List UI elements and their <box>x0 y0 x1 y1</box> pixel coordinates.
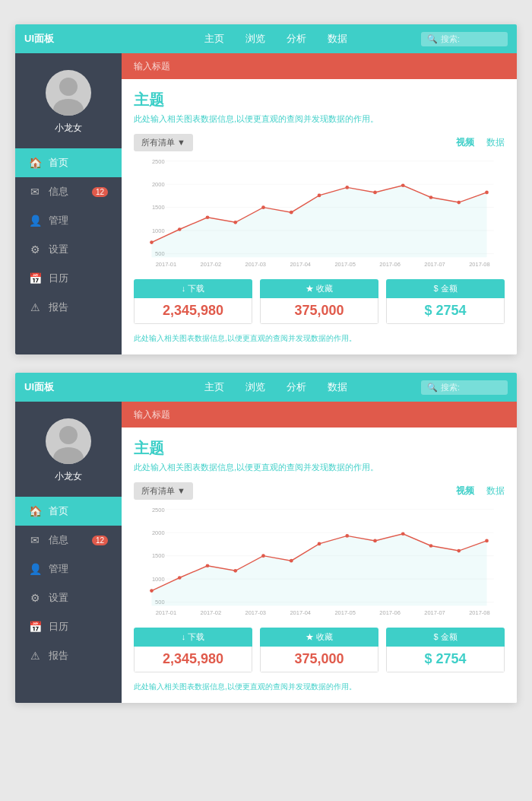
svg-text:1500: 1500 <box>152 204 165 211</box>
page-title <box>0 0 532 24</box>
svg-text:2017-01: 2017-01 <box>156 261 177 268</box>
svg-point-30 <box>429 195 433 199</box>
svg-text:2017-02: 2017-02 <box>201 261 222 268</box>
svg-point-25 <box>290 211 293 215</box>
chart-svg: 2500 2000 1500 1000 500 2017-012017-0220… <box>134 157 505 272</box>
nav-item-分析[interactable]: 分析 <box>287 380 306 394</box>
nav-items: 主页浏览分析数据 <box>131 380 421 394</box>
sidebar-item-管理[interactable]: 👤管理 <box>15 206 122 235</box>
title-input[interactable] <box>134 409 505 420</box>
sidebar-item-信息[interactable]: ✉信息12 <box>15 177 122 206</box>
chart-area: 2500 2000 1500 1000 500 2017-012017-0220… <box>134 157 505 272</box>
badge: 12 <box>92 536 108 545</box>
content-title: 主题 <box>134 438 505 459</box>
content-header <box>122 402 517 428</box>
svg-point-29 <box>401 183 405 187</box>
stat-header: ↓ 下载 <box>134 279 252 298</box>
menu-item-label: 首页 <box>49 504 68 518</box>
svg-text:2000: 2000 <box>152 529 165 536</box>
svg-point-64 <box>457 549 461 553</box>
sidebar-item-日历[interactable]: 📅日历 <box>15 264 122 293</box>
sidebar-item-设置[interactable]: ⚙设置 <box>15 235 122 264</box>
svg-text:2000: 2000 <box>152 181 165 188</box>
stats-row: ↓ 下载2,345,980★ 收藏375,000$ 金额$ 2754 <box>134 628 505 672</box>
svg-point-1 <box>53 99 84 116</box>
svg-text:2017-06: 2017-06 <box>379 609 401 616</box>
信息-icon: ✉ <box>29 534 41 546</box>
nav-item-浏览[interactable]: 浏览 <box>245 32 265 46</box>
svg-text:2017-05: 2017-05 <box>334 261 356 268</box>
sidebar-item-管理[interactable]: 👤管理 <box>15 555 122 583</box>
content-area: 主题此处输入相关图表数据信息,以便更直观的查阅并发现数据的作用。所有清单 ▼视频… <box>122 53 517 354</box>
view-tab-数据[interactable]: 数据 <box>486 485 505 497</box>
filter-row: 所有清单 ▼视频数据 <box>134 482 505 500</box>
title-input[interactable] <box>134 61 505 72</box>
svg-point-57 <box>261 554 265 558</box>
svg-text:2017-08: 2017-08 <box>469 261 490 268</box>
menu-item-label: 管理 <box>49 562 68 576</box>
报告-icon: ⚠ <box>29 301 41 313</box>
filter-button[interactable]: 所有清单 ▼ <box>134 134 193 151</box>
menu-item-label: 信息 <box>49 533 68 547</box>
svg-point-26 <box>318 194 321 198</box>
svg-text:2017-08: 2017-08 <box>469 609 490 616</box>
avatar <box>46 70 91 116</box>
menu-item-label: 日历 <box>49 272 68 285</box>
avatar <box>46 418 91 464</box>
首页-icon: 🏠 <box>29 157 41 169</box>
brand: UI面板 <box>24 380 131 394</box>
sidebar-item-报告[interactable]: ⚠报告 <box>15 641 122 670</box>
chart-area: 2500 2000 1500 1000 500 2017-012017-0220… <box>134 506 505 620</box>
nav-item-分析[interactable]: 分析 <box>287 32 306 46</box>
nav-item-数据[interactable]: 数据 <box>328 380 347 394</box>
search-input[interactable] <box>441 383 502 392</box>
brand: UI面板 <box>24 32 131 46</box>
stat-card-收藏: ★ 收藏375,000 <box>260 279 378 324</box>
avatar-wrap: 小龙女 <box>46 53 91 142</box>
sidebar-item-设置[interactable]: ⚙设置 <box>15 583 122 612</box>
svg-point-61 <box>373 539 377 543</box>
stat-value: $ 2754 <box>386 298 505 324</box>
管理-icon: 👤 <box>29 563 41 575</box>
svg-point-58 <box>290 559 293 563</box>
nav-item-浏览[interactable]: 浏览 <box>245 380 265 394</box>
content-area: 主题此处输入相关图表数据信息,以便更直观的查阅并发现数据的作用。所有清单 ▼视频… <box>122 402 517 703</box>
svg-point-21 <box>178 227 182 231</box>
stat-card-收藏: ★ 收藏375,000 <box>260 628 378 672</box>
nav-menu: 🏠首页✉信息12👤管理⚙设置📅日历⚠报告 <box>15 497 122 670</box>
panel-1: UI面板主页浏览分析数据🔍 小龙女 🏠首页✉信息12👤管理⚙设置📅日历⚠报告主题… <box>15 24 517 354</box>
nav-item-主页[interactable]: 主页 <box>204 32 224 46</box>
menu-item-label: 日历 <box>49 620 68 634</box>
view-tab-视频[interactable]: 视频 <box>456 136 474 149</box>
nav-item-数据[interactable]: 数据 <box>328 32 347 46</box>
svg-point-31 <box>457 201 461 205</box>
svg-point-60 <box>345 534 349 538</box>
svg-point-28 <box>373 191 377 195</box>
content-footer: 此处输入相关图表数据信息,以便更直观的查阅并发现数据的作用。 <box>134 682 505 692</box>
content-desc: 此处输入相关图表数据信息,以便更直观的查阅并发现数据的作用。 <box>134 113 505 125</box>
search-input[interactable] <box>441 34 502 43</box>
sidebar-item-首页[interactable]: 🏠首页 <box>15 148 122 177</box>
view-tab-视频[interactable]: 视频 <box>456 485 474 497</box>
svg-text:2500: 2500 <box>152 158 165 165</box>
main-layout: 小龙女 🏠首页✉信息12👤管理⚙设置📅日历⚠报告主题此处输入相关图表数据信息,以… <box>15 53 517 354</box>
sidebar: 小龙女 🏠首页✉信息12👤管理⚙设置📅日历⚠报告 <box>15 402 122 703</box>
menu-item-label: 管理 <box>49 214 68 227</box>
svg-text:2017-02: 2017-02 <box>201 609 222 616</box>
sidebar-item-信息[interactable]: ✉信息12 <box>15 526 122 555</box>
content-footer: 此处输入相关图表数据信息,以便更直观的查阅并发现数据的作用。 <box>134 333 505 344</box>
sidebar-item-首页[interactable]: 🏠首页 <box>15 497 122 526</box>
信息-icon: ✉ <box>29 186 41 198</box>
sidebar-item-日历[interactable]: 📅日历 <box>15 612 122 641</box>
main-layout: 小龙女 🏠首页✉信息12👤管理⚙设置📅日历⚠报告主题此处输入相关图表数据信息,以… <box>15 402 517 703</box>
svg-point-54 <box>178 576 182 580</box>
nav-item-主页[interactable]: 主页 <box>204 380 224 394</box>
stat-header: $ 金额 <box>386 628 505 647</box>
svg-text:2017-07: 2017-07 <box>424 261 445 268</box>
view-tab-数据[interactable]: 数据 <box>486 136 505 149</box>
filter-button[interactable]: 所有清单 ▼ <box>134 482 193 500</box>
sidebar-item-报告[interactable]: ⚠报告 <box>15 293 122 322</box>
search-box: 🔍 <box>421 32 508 46</box>
nav-items: 主页浏览分析数据 <box>131 32 421 46</box>
stat-value: 375,000 <box>260 298 378 324</box>
